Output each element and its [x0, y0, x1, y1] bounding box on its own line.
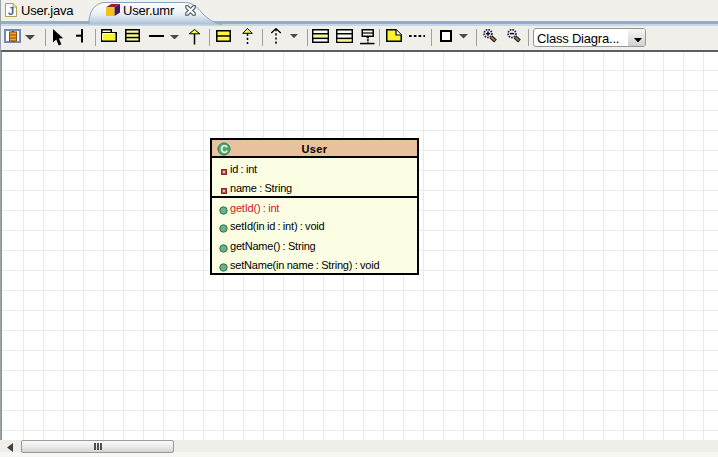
svg-text:J: J	[8, 5, 14, 17]
svg-text:C: C	[220, 144, 227, 155]
